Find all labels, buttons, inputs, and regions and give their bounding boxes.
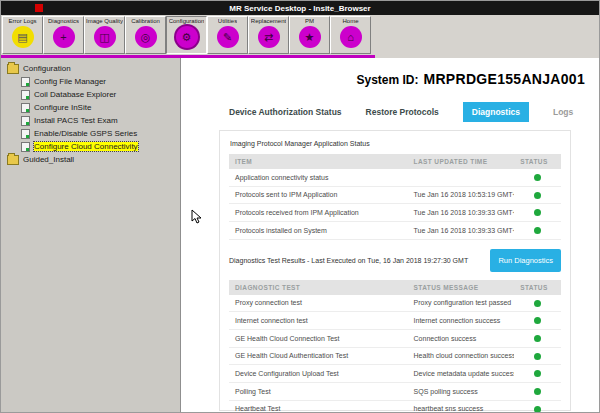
tree-item-configure-cloud-connectivity[interactable]: Configure Cloud Connectivity [3,140,178,153]
table-row: Heartbeat Test heartbeat sns success [229,400,561,412]
cell-message: Device metadata update success [408,365,515,383]
toolbar-button-icon: ✎ [217,26,239,48]
system-id-label: System ID: [356,73,418,87]
toolbar-icon-glyph: ✎ [223,32,232,43]
tree-item-label: Enable/Disable GSPS Series [34,129,137,138]
cell-test: Internet connection test [229,312,408,330]
page-icon [21,103,30,113]
toolbar-button-icon: ◫ [94,26,116,48]
cell-status [514,312,561,330]
toolbar-button-replacement[interactable]: Replacement ⇄ [248,16,289,54]
cell-time: Tue Jan 16 2018 10:53:19 GMT+0000 (UTC) [408,186,515,204]
tree-item-coil-database-explorer[interactable]: Coil Database Explorer [3,88,178,101]
toolbar-button-icon: ⚙ [176,26,198,48]
toolbar-button-label: Utilities [218,18,237,24]
toolbar-icon-glyph: ◎ [141,32,151,43]
tab-label: Restore Protocols [366,107,439,117]
tab-restore-protocols[interactable]: Restore Protocols [366,102,439,122]
toolbar-button-label: Diagnostics [48,18,79,24]
tree-item-config-file-manager[interactable]: Config File Manager [3,75,178,88]
section-title: Imaging Protocol Manager Application Sta… [230,140,561,147]
table-row: Application connectivity status [229,169,561,186]
table-row: Internet connection test Internet connec… [229,312,561,330]
toolbar-button-diagnostics[interactable]: Diagnostics + [43,16,84,54]
ipm-status-table: ITEM LAST UPDATED TIME STATUS Applicatio… [229,154,561,240]
tab-device-authorization-status[interactable]: Device Authorization Status [229,102,342,122]
cell-test: Proxy connection test [229,295,408,312]
table-row: Protocols received from IPM Application … [229,204,561,222]
toolbar-button-label: PM [305,18,314,24]
cell-message: Proxy configuration test passed [408,295,515,312]
tree-item-label: Install PACS Test Exam [34,116,118,125]
toolbar-button-image-quality[interactable]: Image Quality ◫ [84,16,125,54]
toolbar-button-icon: + [53,26,75,48]
cell-status [514,347,561,365]
cell-status [514,186,561,204]
cell-test: GE Health Cloud Connection Test [229,329,408,347]
table-row: Polling Test SQS polling success [229,382,561,400]
system-id-value: MRPRDGE155ANJA001 [424,71,586,87]
status-dot [534,388,541,395]
app-window: MR Service Desktop - Insite_Browser Erro… [0,0,600,413]
window-app-icon[interactable] [35,4,43,12]
toolbar-button-pm[interactable]: PM ★ [289,16,330,54]
cell-status [514,295,561,312]
toolbar-button-icon: ▤ [12,26,34,48]
diagnostics-panel: Imaging Protocol Manager Application Sta… [219,130,571,411]
toolbar-button-label: Replacement [251,18,286,24]
folder-icon [7,155,19,165]
window-titlebar[interactable]: MR Service Desktop - Insite_Browser [1,1,599,15]
tree-children: Config File Manager Coil Database Explor… [3,75,178,153]
table-row: Proxy connection test Proxy configuratio… [229,295,561,312]
cell-status [514,365,561,383]
tab-label: Diagnostics [472,107,520,117]
cell-item: Protocols sent to IPM Application [229,186,408,204]
cell-time: Tue Jan 16 2018 10:39:33 GMT+0000 (UTC) [408,221,515,239]
status-dot [534,209,541,216]
status-dot [534,353,541,360]
toolbar-button-home[interactable]: Home ⌂ [330,16,371,54]
toolbar-button-calibration[interactable]: Calibration ◎ [125,16,166,54]
tree-node-guided-install[interactable]: Guided_Install [3,153,178,166]
toolbar-button-error-logs[interactable]: Error Logs ▤ [2,16,43,54]
sidebar-tree: Configuration Config File Manager Coil D… [3,62,178,166]
run-diagnostics-button[interactable]: Run Diagnostics [490,249,561,272]
column-header-item: ITEM [229,154,408,169]
toolbar-icon-glyph: ⌂ [347,32,354,43]
cell-message: Connection success [408,329,515,347]
cell-item: Protocols received from IPM Application [229,204,408,222]
page-icon [21,129,30,139]
tree-node-configuration[interactable]: Configuration [3,62,178,75]
cell-message: SQS polling success [408,382,515,400]
tab-logs[interactable]: Logs [553,102,573,122]
status-dot [534,370,541,377]
table-row: GE Health Cloud Connection Test Connecti… [229,329,561,347]
tab-label: Device Authorization Status [229,107,342,117]
table-header-row: DIAGNOSTIC TEST STATUS MESSAGE STATUS [229,280,561,295]
cell-test: GE Health Cloud Authentication Test [229,347,408,365]
tree-item-configure-insite[interactable]: Configure InSite [3,101,178,114]
cell-message: Internet connection success [408,312,515,330]
status-dot [534,174,541,181]
tree-item-install-pacs-test-exam[interactable]: Install PACS Test Exam [3,114,178,127]
cell-status [514,204,561,222]
tree-item-enable-disable-gsps-series[interactable]: Enable/Disable GSPS Series [3,127,178,140]
tree-node-label: Configuration [23,64,71,73]
column-header-test: DIAGNOSTIC TEST [229,280,408,295]
toolbar-button-utilities[interactable]: Utilities ✎ [207,16,248,54]
toolbar-button-icon: ⇄ [258,26,280,48]
system-id: System ID:MRPRDGE155ANJA001 [181,58,599,88]
column-header-message: STATUS MESSAGE [408,280,515,295]
toolbar-icon-glyph: + [60,32,66,43]
toolbar-button-configuration[interactable]: Configuration ⚙ [166,16,207,54]
tree-node-label: Guided_Install [23,155,74,164]
cell-test: Device Configuration Upload Test [229,365,408,383]
page-icon [21,116,30,126]
tab-label: Logs [553,107,573,117]
tab-diagnostics[interactable]: Diagnostics [463,102,529,122]
cell-message: Health cloud connection success [408,347,515,365]
table-row: Device Configuration Upload Test Device … [229,365,561,383]
page-icon [21,77,30,87]
status-dot [534,300,541,307]
column-header-status: STATUS [514,154,561,169]
